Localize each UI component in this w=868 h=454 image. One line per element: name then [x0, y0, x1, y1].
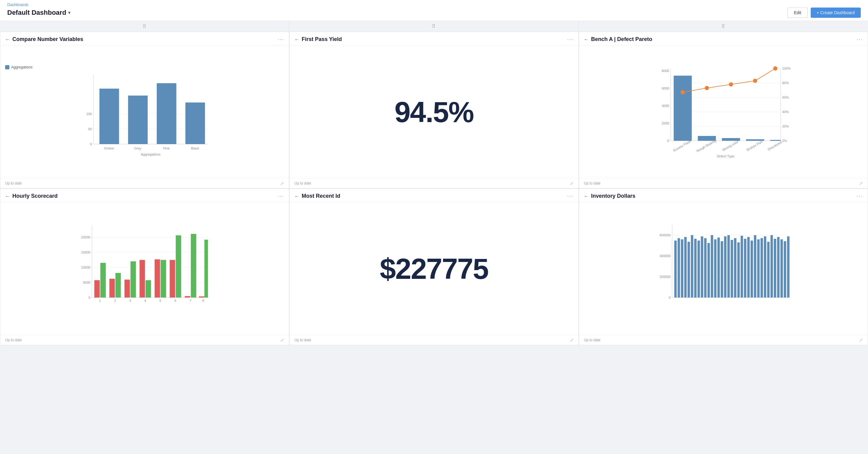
card-inventory-dollars-menu[interactable]: ···: [857, 193, 863, 199]
header-actions: Edit + Create Dashboard: [787, 7, 861, 18]
svg-rect-72: [170, 260, 175, 297]
card-first-pass-yield-menu[interactable]: ···: [567, 36, 574, 42]
compare-bar-chart: 0 50 100 Ombre Grey Pink Black: [5, 72, 284, 159]
card-compare-number-title: ← Compare Number Variables: [5, 36, 83, 42]
card-hourly-scorecard-menu[interactable]: ···: [278, 193, 284, 199]
card-hourly-scorecard-footer: Up to date ⤢: [0, 335, 289, 345]
svg-rect-109: [737, 242, 740, 297]
svg-rect-123: [783, 241, 786, 297]
card-inventory-dollars-footer: Up to date ⤢: [579, 335, 868, 345]
svg-rect-92: [681, 239, 683, 297]
svg-rect-91: [677, 238, 680, 297]
svg-text:100: 100: [86, 112, 92, 116]
svg-rect-69: [155, 259, 160, 297]
card-first-pass-yield-title-text: First Pass Yield: [302, 36, 342, 42]
column-drag-handle-3[interactable]: ⠿: [579, 21, 868, 32]
card-inventory-dollars-back[interactable]: ←: [584, 194, 589, 199]
svg-text:7: 7: [190, 299, 191, 302]
card-bench-a-defect-pareto: ← Bench A | Defect Pareto ··· 0 2000 400…: [579, 32, 868, 188]
card-hourly-scorecard-back[interactable]: ←: [5, 194, 10, 199]
card-hourly-scorecard-expand[interactable]: ⤢: [280, 337, 284, 343]
create-dashboard-button[interactable]: + Create Dashboard: [811, 7, 861, 18]
svg-text:600000: 600000: [660, 233, 671, 237]
svg-text:0: 0: [669, 296, 671, 299]
bar-black: [185, 102, 205, 144]
svg-text:400000: 400000: [660, 254, 671, 258]
card-bench-a-defect-pareto-title: ← Bench A | Defect Pareto: [584, 36, 652, 42]
svg-text:Grey: Grey: [134, 147, 142, 150]
dashboard-grid: ← Compare Number Variables ··· Aggregati…: [0, 32, 868, 345]
dashboard-title-text: Default Dashboard: [7, 9, 66, 17]
svg-rect-98: [701, 236, 703, 297]
svg-rect-70: [161, 260, 166, 297]
breadcrumb[interactable]: Dashboards: [7, 2, 861, 7]
svg-rect-79: [205, 240, 208, 297]
card-compare-number-status: Up to date: [5, 181, 22, 185]
svg-rect-60: [110, 279, 115, 297]
card-inventory-dollars-expand[interactable]: ⤢: [859, 337, 863, 343]
svg-text:80%: 80%: [782, 81, 789, 85]
card-compare-number-expand[interactable]: ⤢: [280, 181, 284, 186]
svg-rect-107: [731, 240, 733, 297]
svg-text:15000: 15000: [81, 251, 91, 254]
column-drag-handle-2[interactable]: ⠿: [289, 21, 579, 32]
card-first-pass-yield-back[interactable]: ←: [294, 37, 299, 42]
svg-text:0: 0: [90, 142, 92, 146]
scorecard-chart: 0 5000 10000 15000 20000 1: [3, 222, 286, 316]
svg-text:20000: 20000: [81, 235, 91, 239]
card-first-pass-yield-status: Up to date: [294, 181, 311, 185]
card-compare-number-back[interactable]: ←: [5, 37, 10, 42]
svg-rect-64: [131, 261, 136, 297]
svg-rect-63: [125, 280, 130, 297]
card-first-pass-yield-header: ← First Pass Yield ···: [289, 32, 578, 46]
bar-ombre: [99, 89, 119, 144]
legend-color-aggregations: [5, 65, 9, 69]
dashboard-dropdown-arrow[interactable]: ▾: [68, 10, 70, 15]
card-compare-number-menu[interactable]: ···: [278, 36, 284, 42]
svg-text:200000: 200000: [660, 275, 671, 279]
svg-rect-57: [94, 280, 100, 297]
header: Dashboards Default Dashboard ▾ Edit + Cr…: [0, 0, 868, 21]
svg-rect-102: [714, 239, 716, 297]
svg-rect-96: [694, 239, 696, 297]
svg-text:Aggregations: Aggregations: [141, 153, 160, 156]
card-most-recent-id-back[interactable]: ←: [294, 194, 299, 199]
svg-rect-112: [747, 237, 749, 297]
svg-text:6: 6: [175, 299, 177, 302]
card-first-pass-yield-expand[interactable]: ⤢: [570, 181, 574, 186]
card-first-pass-yield-footer: Up to date ⤢: [289, 178, 578, 188]
card-most-recent-id-footer: Up to date ⤢: [289, 335, 578, 345]
edit-button[interactable]: Edit: [787, 7, 807, 18]
column-drag-handle-1[interactable]: ⠿: [0, 21, 289, 32]
svg-rect-99: [704, 238, 706, 297]
svg-text:Ombre: Ombre: [104, 147, 114, 150]
svg-text:8: 8: [203, 299, 204, 302]
card-most-recent-id-expand[interactable]: ⤢: [570, 337, 574, 343]
first-pass-yield-value: 94.5%: [395, 96, 473, 129]
card-compare-number-footer: Up to date ⤢: [0, 178, 289, 188]
svg-text:20%: 20%: [782, 125, 789, 128]
card-inventory-dollars-title: ← Inventory Dollars: [584, 193, 636, 199]
card-hourly-scorecard-title: ← Hourly Scorecard: [5, 193, 58, 199]
svg-rect-122: [780, 239, 783, 297]
svg-rect-75: [185, 296, 190, 297]
svg-rect-117: [764, 236, 766, 297]
bar-pink: [157, 83, 177, 144]
card-bench-a-defect-pareto-menu[interactable]: ···: [857, 36, 863, 42]
card-bench-a-defect-pareto-expand[interactable]: ⤢: [859, 181, 863, 186]
svg-rect-115: [757, 239, 760, 297]
pareto-chart: 0 2000 4000 6000 8000 0% 20% 40% 60% 80%…: [582, 65, 865, 159]
svg-rect-78: [199, 296, 205, 297]
svg-text:5000: 5000: [83, 281, 90, 284]
drag-handle-row: ⠿ ⠿ ⠿: [0, 21, 868, 32]
card-bench-a-defect-pareto-back[interactable]: ←: [584, 37, 589, 42]
card-most-recent-id-menu[interactable]: ···: [567, 193, 574, 199]
card-most-recent-id-status: Up to date: [294, 338, 311, 342]
svg-text:Wrong color: Wrong color: [722, 139, 739, 152]
card-bench-a-defect-pareto-header: ← Bench A | Defect Pareto ···: [579, 32, 868, 46]
svg-text:Discolored: Discolored: [767, 140, 782, 151]
svg-text:Black: Black: [191, 147, 199, 150]
svg-rect-66: [140, 260, 145, 297]
svg-rect-114: [754, 235, 756, 297]
svg-text:50: 50: [88, 127, 92, 131]
